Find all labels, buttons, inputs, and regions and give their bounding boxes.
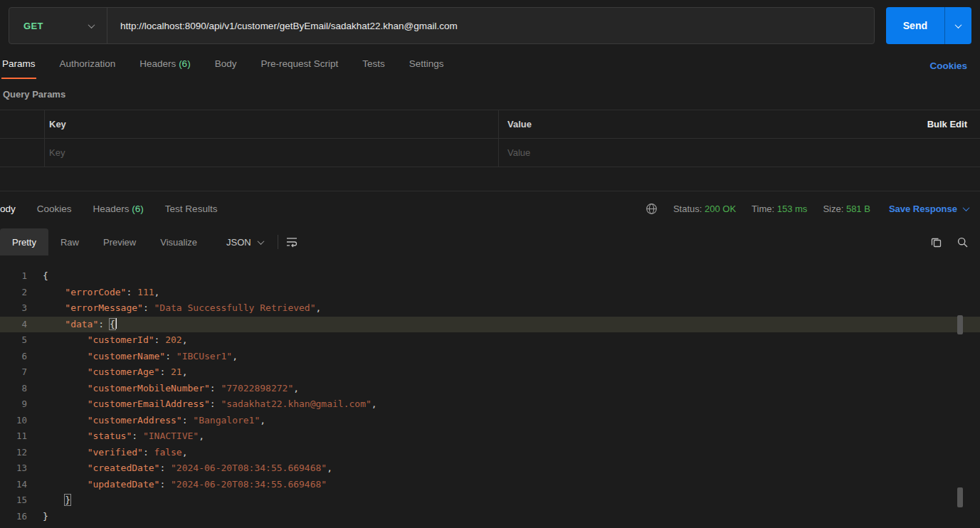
line-number: 14 [0,477,27,493]
code-line-content: "customerName": "IBCUser1", [27,349,238,365]
code-line-content: "errorCode": 111, [27,285,159,301]
line-number: 13 [0,460,27,477]
param-value-input[interactable]: Value [498,139,893,167]
response-tab-test-results[interactable]: Test Results [165,204,218,214]
tab-authorization[interactable]: Authorization [59,53,117,79]
code-line-content: "data": { [27,317,117,333]
value-column-header: Value [498,110,893,138]
line-number: 7 [0,364,27,381]
wrap-lines-icon[interactable] [285,236,298,248]
save-response-button[interactable]: Save Response [889,204,969,214]
row-gutter [0,139,44,167]
tab-headers[interactable]: Headers (6) [139,53,191,79]
code-line: 5 "customerId": 202, [0,332,980,349]
line-number: 11 [0,428,27,445]
code-line: 10 "customerAddress": "Bangalore1", [0,413,980,429]
scrollbar-thumb[interactable] [957,315,963,334]
tab-params[interactable]: Params [1,53,36,79]
scrollbar-mark[interactable] [957,487,963,507]
url-input[interactable]: http://localhost:8090/api/v1/customer/ge… [107,21,874,31]
code-line-content: "customerMobileNumber": "77022898272", [27,381,299,397]
code-line: 16} [0,509,980,525]
code-line: 11 "status": "INACTIVE", [0,428,980,445]
response-tabs: Body Cookies Headers (6) Test Results [0,204,217,214]
response-action-icons [930,236,969,248]
line-number: 8 [0,381,27,397]
bulk-edit-button[interactable]: Bulk Edit [893,119,980,130]
line-number: 16 [0,509,27,525]
status-badge: Status: 200 OK [673,204,736,214]
line-number: 15 [0,492,27,509]
code-line-content: { [27,268,48,285]
send-button[interactable]: Send [886,7,944,44]
param-key-input[interactable]: Key [44,139,498,167]
code-line: 14 "updatedDate": "2024-06-20T08:34:55.6… [0,477,980,493]
query-params-header-row: Key Value Bulk Edit [0,110,980,139]
cookies-link[interactable]: Cookies [929,60,967,71]
method-selector[interactable]: GET [9,8,107,43]
method-label: GET [23,21,43,31]
code-line-content: "verified": false, [27,445,188,461]
copy-icon[interactable] [930,236,942,248]
code-line-content: "customerId": 202, [27,332,188,349]
request-tabs: Params Authorization Headers (6) Body Pr… [0,53,980,79]
send-button-group: Send [886,7,971,44]
tab-pre-request-script[interactable]: Pre-request Script [260,53,339,79]
response-tab-headers[interactable]: Headers (6) [93,204,144,214]
query-params-input-row: Key Value [0,139,980,167]
line-number: 9 [0,396,27,413]
response-header: Body Cookies Headers (6) Test Results St… [0,191,980,226]
code-line: 9 "customerEmailAddress": "sadakhat22.kh… [0,396,980,413]
toolbar-divider [278,235,278,249]
response-tab-cookies[interactable]: Cookies [37,204,72,214]
row-gutter [0,110,44,138]
view-tab-pretty[interactable]: Pretty [0,228,48,255]
line-number: 3 [0,300,27,317]
text-cursor [116,318,117,329]
view-tab-preview[interactable]: Preview [91,228,148,255]
code-line-content: } [27,509,48,525]
response-tab-body[interactable]: Body [0,204,16,214]
response-section: Body Cookies Headers (6) Test Results St… [0,191,980,524]
code-line-content: "updatedDate": "2024-06-20T08:34:55.6694… [27,477,327,493]
response-meta: Status: 200 OK Time: 153 ms Size: 581 B … [646,203,969,215]
code-line-content: "createdDate": "2024-06-20T08:34:55.6694… [27,460,332,477]
chevron-down-icon [88,21,95,28]
send-options-button[interactable] [944,7,971,44]
line-number: 6 [0,349,27,365]
line-number: 1 [0,268,27,285]
line-number: 12 [0,445,27,461]
url-container: GET http://localhost:8090/api/v1/custome… [9,7,875,44]
code-line: 4 "data": { [0,317,980,333]
chevron-down-icon [963,204,970,211]
code-lines: 1{2 "errorCode": 111,3 "errorMessage": "… [0,268,980,524]
code-line-content: "customerAge": 21, [27,364,188,381]
key-column-header: Key [44,110,498,138]
headers-count-badge: (6) [179,58,191,69]
line-number: 10 [0,413,27,429]
code-line: 15 } [0,492,980,509]
line-number: 5 [0,332,27,349]
search-icon[interactable] [957,236,969,248]
view-tab-visualize[interactable]: Visualize [148,228,209,255]
code-line: 3 "errorMessage": "Data Successfully Ret… [0,300,980,317]
code-line-content: "status": "INACTIVE", [27,428,204,445]
code-area[interactable]: 1{2 "errorCode": 111,3 "errorMessage": "… [0,268,980,524]
code-line: 2 "errorCode": 111, [0,285,980,301]
globe-icon[interactable] [646,203,658,215]
tab-settings[interactable]: Settings [409,53,445,79]
code-line: 8 "customerMobileNumber": "77022898272", [0,381,980,397]
chevron-down-icon [257,238,264,245]
line-number: 2 [0,285,27,301]
view-tab-raw[interactable]: Raw [48,228,91,255]
tab-body[interactable]: Body [214,53,238,79]
code-line: 7 "customerAge": 21, [0,364,980,381]
tab-tests[interactable]: Tests [362,53,386,79]
response-view-toolbar: Pretty Raw Preview Visualize JSON [0,227,980,257]
time-badge: Time: 153 ms [752,204,807,214]
code-line: 12 "verified": false, [0,445,980,461]
code-line-content: "errorMessage": "Data Successfully Retri… [27,300,321,317]
chevron-down-icon [955,21,962,28]
query-params-title: Query Params [3,89,980,100]
language-selector[interactable]: JSON [219,237,270,248]
